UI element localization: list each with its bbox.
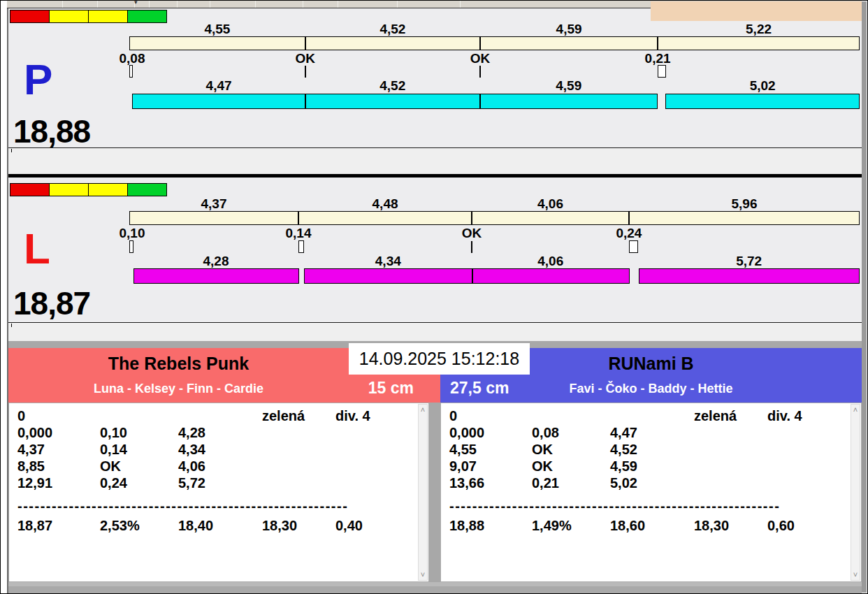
result-cell: 0,24: [100, 475, 178, 491]
result-cell: [767, 424, 840, 441]
net-split-label: 4,06: [472, 254, 629, 267]
ok-tick: [479, 66, 481, 78]
result-cell: 2,53%: [100, 517, 178, 534]
result-row: 12,910,245,72: [17, 475, 407, 491]
result-cell: 1,49%: [532, 517, 610, 534]
separator-line: ----------------------------------------…: [17, 498, 407, 514]
net-split-segment: [304, 268, 472, 284]
status-strip: [8, 582, 862, 594]
totals-row: 18,872,53%18,4018,300,40: [17, 517, 407, 534]
result-cell: 18,30: [694, 517, 767, 534]
result-cell: [335, 475, 407, 491]
traffic-light-segment: [49, 183, 89, 196]
result-cell: 0,40: [335, 517, 407, 534]
result-cell: 0,000: [17, 424, 100, 441]
result-cell: [335, 458, 407, 475]
spacer-strip: [8, 322, 862, 341]
net-split-label: 5,72: [638, 254, 860, 267]
result-cell: OK: [100, 458, 178, 475]
gross-split-label: 5,96: [629, 196, 860, 210]
gross-split-segment: [130, 212, 298, 224]
result-cell: 9,07: [449, 458, 532, 475]
net-split-segment: [665, 94, 860, 109]
net-split-label: 4,47: [132, 78, 305, 92]
result-cell: 4,52: [610, 441, 694, 458]
main-frame: P 18,88 4,554,524,595,220,08OKOK0,214,47…: [7, 8, 862, 594]
result-cell: [335, 441, 407, 458]
scroll-down-icon[interactable]: ˅: [421, 571, 425, 579]
scroll-down-icon[interactable]: ˅: [853, 571, 858, 579]
gross-split-segment: [298, 212, 471, 224]
result-cell: [610, 407, 694, 424]
lane-letter: P: [24, 59, 52, 101]
result-row: 0,0000,084,47: [449, 424, 840, 441]
result-cell: 4,59: [610, 458, 694, 475]
result-cell: 0,08: [532, 424, 610, 441]
team-left-results-text[interactable]: 0zelenádiv. 40,0000,104,284,370,144,348,…: [9, 403, 428, 534]
fault-tick: [129, 65, 133, 78]
result-cell: [262, 475, 335, 491]
gross-split-label: 4,37: [129, 196, 298, 210]
result-cell: 5,02: [610, 475, 694, 491]
gross-split-segment: [657, 37, 859, 50]
result-row: 0zelenádiv. 4: [449, 407, 840, 424]
result-cell: OK: [532, 458, 610, 475]
result-cell: 0,60: [767, 517, 840, 534]
result-cell: OK: [532, 441, 610, 458]
team-right-results-text[interactable]: 0zelenádiv. 40,0000,084,474,55OK4,529,07…: [441, 403, 861, 534]
result-row: 0,0000,104,28: [17, 424, 407, 441]
gross-split-label: 4,48: [298, 196, 472, 210]
crossing-fault-label: 0,24: [616, 226, 642, 241]
result-cell: [694, 458, 767, 475]
crossing-fault-label: OK: [462, 226, 482, 241]
traffic-light-segment: [49, 10, 89, 23]
scroll-up-icon[interactable]: ˄: [421, 406, 425, 414]
crossing-fault-label: 0,21: [645, 51, 671, 66]
result-row: 8,85OK4,06: [17, 458, 407, 475]
result-cell: 0,21: [532, 475, 610, 491]
team-right-results: 0zelenádiv. 40,0000,084,474,55OK4,529,07…: [440, 403, 862, 582]
result-cell: [335, 424, 407, 441]
net-split-label: 4,52: [305, 78, 480, 92]
scroll-up-icon[interactable]: ˄: [853, 406, 858, 414]
team-name: The Rebels Punk: [8, 348, 349, 374]
result-cell: 12,91: [17, 475, 100, 491]
result-cell: 8,85: [17, 458, 100, 475]
fault-tick: [298, 240, 304, 253]
lane-letter: L: [24, 228, 50, 270]
result-cell: 4,37: [17, 441, 100, 458]
result-cell: [262, 458, 335, 475]
result-cell: zelená: [262, 407, 335, 424]
result-cell: [100, 407, 178, 424]
lane-total-time: 18,87: [13, 287, 90, 320]
result-cell: div. 4: [767, 407, 840, 424]
result-cell: [178, 407, 262, 424]
crossing-fault-label: 0,08: [120, 51, 145, 66]
result-row: 4,55OK4,52: [449, 441, 840, 458]
ok-tick: [305, 66, 306, 78]
result-cell: 18,60: [610, 517, 694, 534]
traffic-light-segment: [10, 183, 50, 196]
jump-height-badge: 15 cm: [368, 379, 414, 398]
net-split-segment: [480, 94, 658, 109]
result-cell: [767, 458, 840, 475]
result-row: 4,370,144,34: [17, 441, 407, 458]
result-cell: div. 4: [335, 407, 407, 424]
result-cell: zelená: [694, 407, 767, 424]
scrollbar[interactable]: ˄ ˅: [418, 404, 428, 581]
lane-total-time: 18,88: [13, 115, 90, 148]
chevron-down-icon: ▾: [134, 0, 135, 8]
totals-row: 18,881,49%18,6018,300,60: [449, 517, 840, 534]
result-cell: 4,47: [610, 424, 694, 441]
result-row: 0zelenádiv. 4: [17, 407, 407, 424]
app-window: ▾ P 18,88 4,554,524,595,220,08OKOK0,214,…: [0, 0, 868, 594]
team-members: Luna - Kelsey - Finn - Cardie: [8, 382, 349, 396]
clock: 14.09.2025 15:12:18: [349, 343, 530, 375]
split-track: 4,374,484,065,960,100,14OK0,244,284,344,…: [129, 178, 860, 322]
gross-split-label: 4,06: [472, 196, 629, 210]
window-right-border: [862, 1, 867, 593]
result-cell: 18,88: [449, 517, 532, 534]
scrollbar[interactable]: ˄ ˅: [851, 404, 860, 581]
net-split-label: 5,02: [665, 78, 860, 92]
net-split-segment: [133, 268, 299, 284]
